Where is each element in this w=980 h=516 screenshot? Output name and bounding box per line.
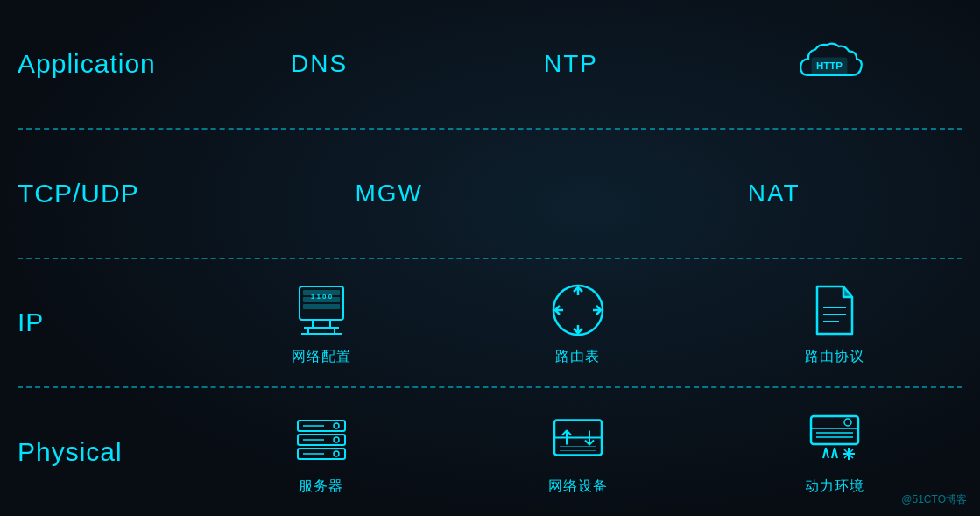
ip-content: 1 1 0 0 网络配置 <box>193 279 962 366</box>
network-config-label: 网络配置 <box>292 348 351 366</box>
mgw-item: MGW <box>355 180 423 208</box>
dns-label: DNS <box>291 50 348 78</box>
power-env-label: 动力环境 <box>805 477 864 496</box>
tcpudp-content: MGW NAT <box>193 180 962 208</box>
nat-item: NAT <box>748 180 800 208</box>
network-config-icon: 1 1 0 0 <box>291 279 352 341</box>
route-protocol-item: 路由协议 <box>804 279 865 366</box>
tcpudp-layer: TCP/UDP MGW NAT <box>0 130 980 258</box>
route-table-label: 路由表 <box>555 348 600 366</box>
http-cloud-icon: HTTP <box>794 39 864 88</box>
network-device-item: 网络设备 <box>547 409 609 496</box>
tcpudp-label: TCP/UDP <box>18 179 193 209</box>
ntp-label: NTP <box>544 50 598 78</box>
network-config-item: 1 1 0 0 网络配置 <box>291 279 352 366</box>
application-label: Application <box>18 49 193 79</box>
physical-content: 服务器 <box>193 409 962 496</box>
power-env-icon <box>804 409 865 470</box>
nat-label: NAT <box>748 180 800 208</box>
physical-layer: Physical 服务器 <box>0 388 980 516</box>
route-protocol-icon <box>804 279 865 341</box>
dns-item: DNS <box>291 50 348 78</box>
svg-text:HTTP: HTTP <box>816 60 843 71</box>
server-item: 服务器 <box>291 409 352 496</box>
application-layer: Application DNS NTP HTTP <box>0 0 980 128</box>
svg-point-22 <box>334 423 339 428</box>
svg-rect-5 <box>303 304 340 309</box>
http-item: HTTP <box>794 39 864 88</box>
route-table-icon <box>547 279 609 341</box>
server-icon <box>291 409 352 470</box>
network-device-label: 网络设备 <box>548 477 608 496</box>
svg-line-45 <box>835 448 837 458</box>
ip-layer: IP 1 1 0 0 网络配置 <box>0 259 980 387</box>
physical-label: Physical <box>18 437 193 467</box>
svg-line-43 <box>826 448 828 458</box>
power-env-item: 动力环境 <box>804 409 865 496</box>
main-container: Application DNS NTP HTTP TCP/UDP MG <box>0 0 980 516</box>
ip-label: IP <box>18 307 193 337</box>
application-content: DNS NTP HTTP <box>193 39 962 88</box>
route-protocol-label: 路由协议 <box>805 348 864 366</box>
svg-point-41 <box>844 419 851 426</box>
svg-point-28 <box>334 451 339 456</box>
route-table-item: 路由表 <box>547 279 609 366</box>
svg-point-25 <box>334 437 339 442</box>
ntp-item: NTP <box>544 50 598 78</box>
server-label: 服务器 <box>299 477 343 496</box>
network-device-icon <box>547 409 609 470</box>
mgw-label: MGW <box>355 180 423 208</box>
svg-text:1 1 0 0: 1 1 0 0 <box>310 293 332 300</box>
